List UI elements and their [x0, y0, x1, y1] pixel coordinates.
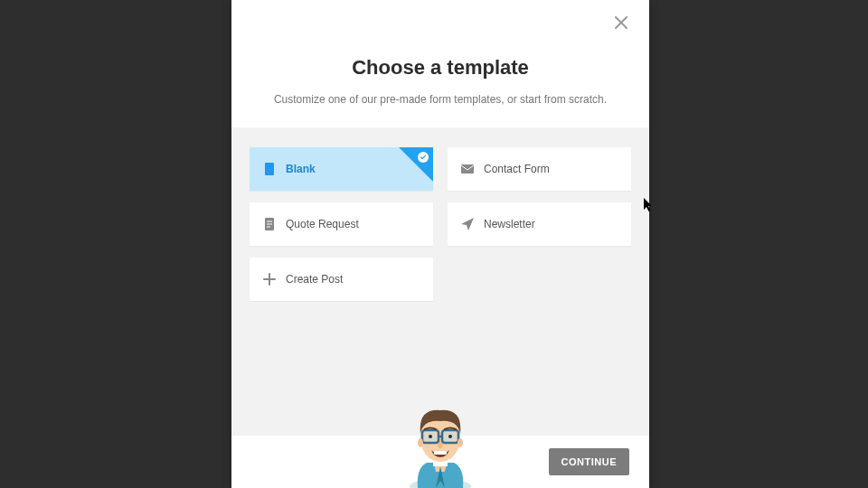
envelope-icon	[460, 162, 475, 176]
template-label: Create Post	[286, 273, 343, 286]
template-card-quote-request[interactable]: Quote Request	[250, 202, 433, 246]
templates-area: Blank Contact Form Quote Request	[231, 127, 649, 436]
modal-footer: CONTINUE	[231, 436, 649, 488]
template-chooser-modal: Choose a template Customize one of our p…	[231, 0, 649, 488]
close-icon	[615, 16, 627, 33]
template-label: Blank	[286, 163, 316, 175]
close-button[interactable]	[613, 16, 629, 33]
modal-header: Choose a template Customize one of our p…	[231, 0, 649, 127]
file-icon	[262, 162, 277, 176]
template-grid: Blank Contact Form Quote Request	[250, 147, 631, 301]
paperplane-icon	[460, 217, 475, 231]
template-label: Contact Form	[484, 163, 550, 175]
template-card-blank[interactable]: Blank	[250, 147, 433, 191]
template-label: Newsletter	[484, 218, 535, 230]
modal-subtitle: Customize one of our pre-made form templ…	[259, 92, 622, 108]
check-icon	[418, 152, 429, 163]
document-icon	[262, 217, 277, 231]
template-card-newsletter[interactable]: Newsletter	[448, 202, 631, 246]
plus-icon	[262, 272, 277, 286]
svg-rect-1	[461, 164, 474, 174]
svg-rect-0	[265, 163, 274, 175]
template-card-create-post[interactable]: Create Post	[250, 258, 433, 301]
template-label: Quote Request	[286, 218, 359, 230]
template-card-contact-form[interactable]: Contact Form	[448, 147, 631, 191]
selected-corner	[399, 147, 433, 182]
continue-button[interactable]: CONTINUE	[549, 448, 629, 475]
modal-title: Choose a template	[259, 56, 622, 80]
